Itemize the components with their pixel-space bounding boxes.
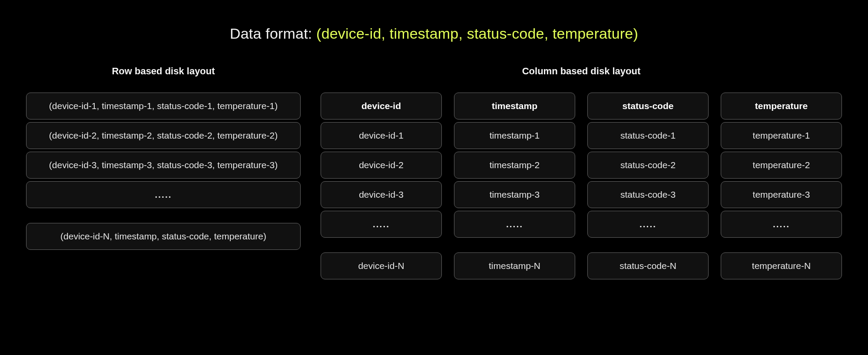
column-timestamp: timestamp timestamp-1 timestamp-2 timest… <box>454 93 575 279</box>
column-cell-last: temperature-N <box>721 252 842 279</box>
column-cell: temperature-1 <box>721 122 842 149</box>
column-header: temperature <box>721 93 842 119</box>
column-layout-heading: Column based disk layout <box>321 66 842 77</box>
column-cell: device-id-2 <box>321 152 442 179</box>
row-record-last: (device-id-N, timestamp, status-code, te… <box>26 223 301 250</box>
column-cell-last: device-id-N <box>321 252 442 279</box>
column-gap <box>587 240 709 250</box>
column-temperature: temperature temperature-1 temperature-2 … <box>721 93 842 279</box>
column-ellipsis: ..... <box>321 211 442 238</box>
column-cell: timestamp-2 <box>454 152 575 179</box>
column-cell: status-code-2 <box>587 152 709 179</box>
column-cell: device-id-3 <box>321 181 442 208</box>
column-gap <box>321 240 442 250</box>
diagram-content: Row based disk layout (device-id-1, time… <box>0 66 868 279</box>
row-gap <box>26 211 301 220</box>
column-cell: temperature-2 <box>721 152 842 179</box>
column-status-code: status-code status-code-1 status-code-2 … <box>587 93 709 279</box>
row-layout-stack: (device-id-1, timestamp-1, status-code-1… <box>26 93 301 250</box>
column-header: status-code <box>587 93 709 119</box>
column-ellipsis: ..... <box>721 211 842 238</box>
column-cell-last: status-code-N <box>587 252 709 279</box>
title-highlight: (device-id, timestamp, status-code, temp… <box>316 25 638 42</box>
column-cell: device-id-1 <box>321 122 442 149</box>
column-gap <box>454 240 575 250</box>
column-cell-last: timestamp-N <box>454 252 575 279</box>
column-header: device-id <box>321 93 442 119</box>
column-cell: temperature-3 <box>721 181 842 208</box>
column-cell: timestamp-3 <box>454 181 575 208</box>
column-ellipsis: ..... <box>587 211 709 238</box>
column-cell: timestamp-1 <box>454 122 575 149</box>
row-layout-panel: Row based disk layout (device-id-1, time… <box>26 66 301 279</box>
row-record: (device-id-1, timestamp-1, status-code-1… <box>26 93 301 119</box>
row-record: (device-id-2, timestamp-2, status-code-2… <box>26 122 301 149</box>
title-prefix: Data format: <box>230 25 316 42</box>
column-cell: status-code-1 <box>587 122 709 149</box>
column-device-id: device-id device-id-1 device-id-2 device… <box>321 93 442 279</box>
diagram-title: Data format: (device-id, timestamp, stat… <box>0 0 868 42</box>
row-ellipsis: ..... <box>26 181 301 208</box>
column-ellipsis: ..... <box>454 211 575 238</box>
column-cell: status-code-3 <box>587 181 709 208</box>
column-header: timestamp <box>454 93 575 119</box>
column-layout-grid: device-id device-id-1 device-id-2 device… <box>321 93 842 279</box>
column-gap <box>721 240 842 250</box>
row-record: (device-id-3, timestamp-3, status-code-3… <box>26 152 301 179</box>
row-layout-heading: Row based disk layout <box>26 66 301 77</box>
column-layout-panel: Column based disk layout device-id devic… <box>321 66 842 279</box>
